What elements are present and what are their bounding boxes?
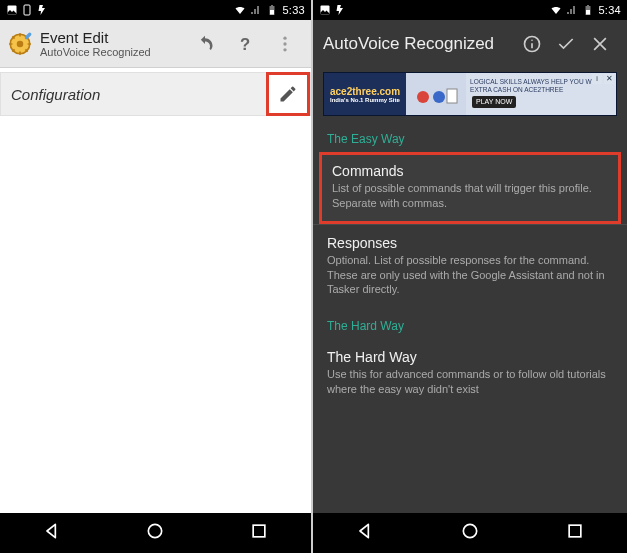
nav-bar [0,513,311,553]
app-title: AutoVoice Recognized [323,34,515,54]
pencil-icon [278,84,298,104]
ad-banner[interactable]: ace2three.com India's No.1 Rummy Site LO… [323,72,617,116]
image-icon [319,4,331,16]
svg-point-8 [283,36,286,39]
item-desc: Use this for advanced commands or to fol… [327,367,613,397]
item-responses[interactable]: Responses Optional. List of possible res… [313,224,627,310]
app-bar: AutoVoice Recognized [313,20,627,68]
item-commands[interactable]: Commands List of possible commands that … [319,152,621,224]
svg-text:?: ? [240,34,250,53]
nav-home[interactable] [145,521,165,545]
nav-back[interactable] [355,521,375,545]
svg-rect-3 [271,5,273,6]
edit-button[interactable] [266,72,310,116]
signal-icon [250,4,262,16]
ad-tagline: India's No.1 Rummy Site [330,97,400,103]
app-title: Event Edit [40,29,185,46]
svg-point-24 [463,524,476,537]
status-time: 5:33 [282,4,305,16]
svg-rect-1 [24,5,30,15]
bolt-icon [334,4,346,16]
help-button[interactable]: ? [225,24,265,64]
bolt-icon [36,4,48,16]
signal-icon [566,4,578,16]
battery-icon [582,4,594,16]
ad-brand: ace2three.com [330,86,400,97]
svg-rect-12 [253,525,265,537]
item-title: Commands [332,163,608,179]
status-time: 5:34 [598,4,621,16]
svg-point-22 [433,91,445,103]
info-icon [522,34,542,54]
section-hard-way: The Hard Way [313,309,627,339]
app-subtitle: AutoVoice Recognized [40,46,185,58]
battery-icon [266,4,278,16]
svg-point-11 [149,524,162,537]
ad-headline: LOGICAL SKILLS ALWAYS HELP YOU WIN EXTRA… [470,78,612,94]
svg-rect-23 [447,89,457,103]
status-bar: 5:34 [313,0,627,20]
nav-home[interactable] [460,521,480,545]
undo-button[interactable] [185,24,225,64]
svg-point-10 [283,48,286,51]
svg-point-9 [283,42,286,45]
nav-bar [313,513,627,553]
svg-point-19 [531,39,533,41]
configuration-row[interactable]: Configuration [0,72,311,116]
ad-info-icon[interactable]: i [592,74,602,84]
app-icon [6,30,34,58]
section-easy-way: The Easy Way [313,122,627,152]
nav-recent[interactable] [565,521,585,545]
wifi-icon [550,4,562,16]
nav-recent[interactable] [249,521,269,545]
info-button[interactable] [515,27,549,61]
configuration-label: Configuration [11,86,266,103]
phone-right: 5:34 AutoVoice Recognized ace2three.com … [313,0,627,553]
svg-rect-4 [270,10,274,15]
close-button[interactable] [583,27,617,61]
overflow-button[interactable] [265,24,305,64]
confirm-button[interactable] [549,27,583,61]
ad-cta[interactable]: PLAY NOW [472,96,516,108]
more-vert-icon [275,34,295,54]
image-icon [6,4,18,16]
item-hard-way[interactable]: The Hard Way Use this for advanced comma… [313,339,627,409]
sim-icon [21,4,33,16]
svg-point-21 [417,91,429,103]
status-bar: 5:33 [0,0,311,20]
item-title: Responses [327,235,613,251]
svg-rect-16 [586,10,590,15]
phone-left: 5:33 Event Edit AutoVoice Recognized ? C… [0,0,313,553]
help-icon: ? [235,34,255,54]
check-icon [556,34,576,54]
nav-back[interactable] [42,521,62,545]
app-bar: Event Edit AutoVoice Recognized ? [0,20,311,68]
item-desc: Optional. List of possible responses for… [327,253,613,298]
svg-rect-25 [569,525,581,537]
item-desc: List of possible commands that will trig… [332,181,608,211]
ad-art [406,73,466,115]
wifi-icon [234,4,246,16]
ad-close-icon[interactable]: ✕ [604,74,614,84]
close-icon [590,34,610,54]
svg-rect-15 [587,5,589,6]
undo-icon [195,34,215,54]
svg-point-6 [17,40,24,47]
item-title: The Hard Way [327,349,613,365]
